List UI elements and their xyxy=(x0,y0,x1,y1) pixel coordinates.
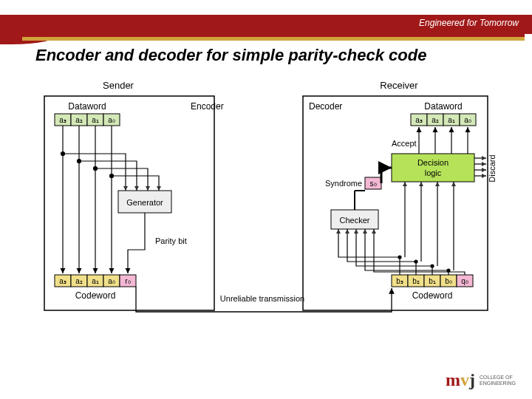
svg-text:b₃: b₃ xyxy=(396,277,403,285)
footer-logo: mvj COLLEGE OFENGINEERING xyxy=(446,370,516,390)
svg-text:r₀: r₀ xyxy=(125,277,130,285)
encoder-label: Encoder xyxy=(191,101,224,112)
svg-text:a₂: a₂ xyxy=(432,116,439,124)
slide-title: Encoder and decoder for simple parity-ch… xyxy=(35,46,426,65)
svg-text:a₃: a₃ xyxy=(59,277,66,285)
decoder-label: Decoder xyxy=(309,101,342,112)
svg-text:Checker: Checker xyxy=(340,216,370,225)
sender-codeword-label: Codeword xyxy=(75,290,116,301)
svg-text:a₁: a₁ xyxy=(92,116,99,124)
svg-text:Generator: Generator xyxy=(126,198,163,207)
header-bar: Engineered for Tomorrow xyxy=(0,15,532,34)
svg-text:q₀: q₀ xyxy=(461,277,468,285)
banner-accent xyxy=(0,34,532,44)
receiver-codeword-bits: b₃ b₂ b₁ b₀ q₀ xyxy=(392,275,473,287)
receiver-dataword-bits: a₃ a₂ a₁ a₀ xyxy=(411,114,476,126)
svg-text:a₃: a₃ xyxy=(59,116,66,124)
svg-text:a₁: a₁ xyxy=(448,116,455,124)
svg-text:a₀: a₀ xyxy=(108,116,115,124)
svg-text:Decision: Decision xyxy=(417,158,449,167)
svg-text:a₁: a₁ xyxy=(92,277,99,285)
svg-text:b₂: b₂ xyxy=(412,277,420,285)
svg-text:a₂: a₂ xyxy=(75,277,83,285)
syndrome-label: Syndrome xyxy=(325,179,362,188)
svg-point-51 xyxy=(415,260,417,263)
svg-text:Unreliable transmission: Unreliable transmission xyxy=(220,294,304,303)
svg-point-52 xyxy=(431,265,434,267)
accept-label: Accept xyxy=(392,139,417,148)
discard-label: Discard xyxy=(488,154,497,182)
svg-point-50 xyxy=(398,256,401,259)
svg-text:b₀: b₀ xyxy=(445,277,452,285)
receiver-label: Receiver xyxy=(380,80,418,91)
svg-text:a₂: a₂ xyxy=(75,116,83,124)
parity-check-diagram: Sender Receiver Encoder Decoder Dataword… xyxy=(30,80,502,331)
sender-label: Sender xyxy=(103,80,134,91)
receiver-dataword-label: Dataword xyxy=(424,101,462,112)
parity-bit-label: Parity bit xyxy=(155,236,187,245)
svg-point-53 xyxy=(447,269,450,272)
svg-text:a₀: a₀ xyxy=(464,116,471,124)
svg-text:b₁: b₁ xyxy=(429,277,436,285)
svg-text:a₀: a₀ xyxy=(108,277,115,285)
svg-text:a₃: a₃ xyxy=(415,116,423,124)
sender-dataword-bits: a₃ a₂ a₁ a₀ xyxy=(55,114,120,126)
receiver-codeword-label: Codeword xyxy=(412,290,453,301)
svg-text:logic: logic xyxy=(425,168,442,177)
sender-dataword-label: Dataword xyxy=(68,101,106,112)
tagline: Engineered for Tomorrow xyxy=(419,18,519,28)
svg-text:s₀: s₀ xyxy=(370,180,377,188)
sender-codeword-bits: a₃ a₂ a₁ a₀ r₀ xyxy=(55,275,136,287)
